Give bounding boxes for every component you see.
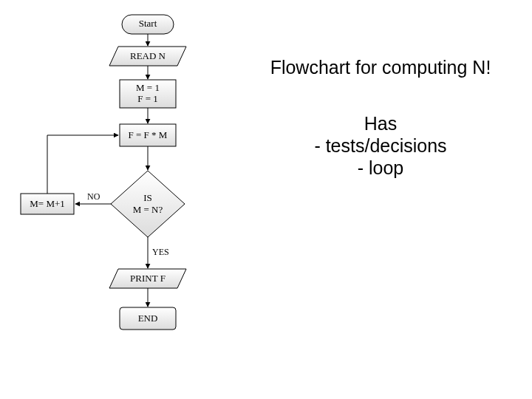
node-decision-label1: IS xyxy=(143,192,152,203)
node-decision-label2: M = N? xyxy=(133,204,163,215)
node-inc-label: M= M+1 xyxy=(30,198,65,209)
flowchart-svg: Start READ N M = 1 F = 1 F = F * M IS M … xyxy=(0,0,532,399)
slide-canvas: Flowchart for computing N! Has - tests/d… xyxy=(0,0,532,399)
node-print-label: PRINT F xyxy=(130,273,166,284)
edge-yes-label: YES xyxy=(152,247,169,257)
node-start-label: Start xyxy=(139,18,157,29)
node-init-label2: F = 1 xyxy=(137,93,158,104)
node-end-label: END xyxy=(138,313,158,324)
edge-no-label: NO xyxy=(87,191,100,202)
arrow-loop-back xyxy=(47,135,118,194)
node-init-label1: M = 1 xyxy=(136,82,160,93)
node-mult-label: F = F * M xyxy=(129,129,168,140)
node-read-label: READ N xyxy=(130,50,166,61)
